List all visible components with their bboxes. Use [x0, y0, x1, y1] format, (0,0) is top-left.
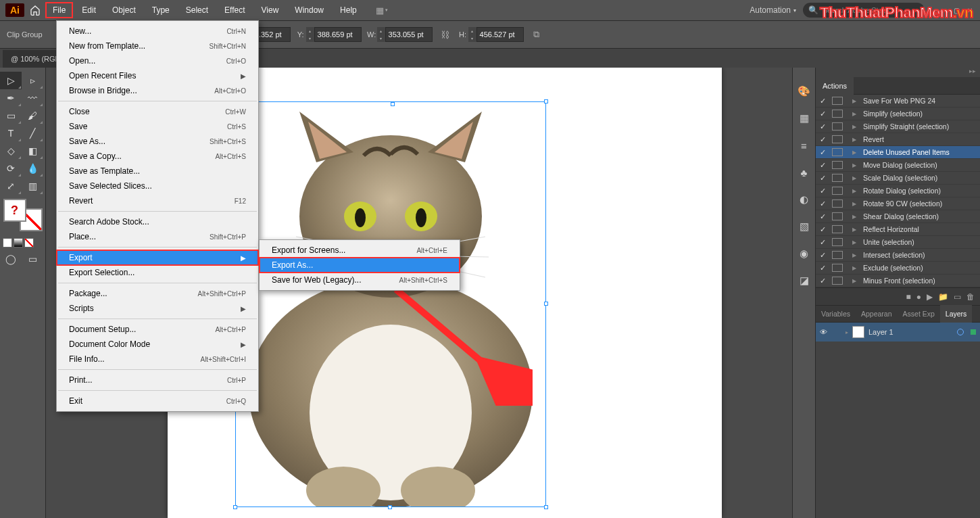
- curvature-tool[interactable]: 〰: [22, 89, 43, 107]
- check-icon[interactable]: ✓: [816, 174, 829, 182]
- stop-icon[interactable]: ■: [906, 292, 911, 302]
- file-menu-item[interactable]: Open...Ctrl+O: [57, 53, 258, 68]
- panel-collapse-icon[interactable]: ▸▸: [969, 68, 976, 77]
- file-menu-item[interactable]: CloseCtrl+W: [57, 104, 258, 119]
- menu-object[interactable]: Object: [105, 3, 143, 18]
- menu-window[interactable]: Window: [288, 3, 330, 18]
- swatches-panel-icon[interactable]: ▦: [797, 111, 812, 126]
- appearance-panel-icon[interactable]: ◉: [797, 246, 812, 261]
- file-menu-item[interactable]: Scripts▶: [57, 301, 258, 316]
- file-menu-item[interactable]: New...Ctrl+N: [57, 24, 258, 39]
- dialog-toggle-icon[interactable]: [832, 161, 843, 169]
- layers-tab[interactable]: Layers: [940, 305, 973, 323]
- menu-view[interactable]: View: [255, 3, 286, 18]
- file-menu-item[interactable]: SaveCtrl+S: [57, 119, 258, 134]
- shaper-tool[interactable]: ◇: [0, 142, 22, 160]
- stroke-panel-icon[interactable]: ≡: [797, 138, 812, 153]
- graphic-styles-panel-icon[interactable]: ◪: [797, 273, 812, 288]
- file-menu-item[interactable]: Save As...Shift+Ctrl+S: [57, 134, 258, 149]
- draw-mode-normal[interactable]: ◯: [0, 250, 22, 268]
- check-icon[interactable]: ✓: [816, 161, 829, 169]
- check-icon[interactable]: ✓: [816, 187, 829, 195]
- asset-export-tab[interactable]: Asset Exp: [898, 305, 940, 323]
- menu-effect[interactable]: Effect: [218, 3, 251, 18]
- dialog-toggle-icon[interactable]: [832, 135, 843, 143]
- action-row[interactable]: ✓▶Rotate Dialog (selection): [816, 185, 980, 197]
- h-field[interactable]: H: ▴▾ 456.527 pt: [458, 27, 524, 42]
- check-icon[interactable]: ✓: [816, 264, 829, 272]
- check-icon[interactable]: ✓: [816, 122, 829, 131]
- action-row[interactable]: ✓▶Shear Dialog (selection): [816, 210, 980, 223]
- file-menu-item[interactable]: Print...Ctrl+P: [57, 373, 258, 387]
- variables-tab[interactable]: Variables: [816, 305, 856, 323]
- file-menu-item[interactable]: ExitCtrl+Q: [57, 394, 258, 408]
- file-menu-item[interactable]: Save as Template...: [57, 164, 258, 179]
- file-menu-item[interactable]: Export Selection...: [57, 265, 258, 280]
- action-row[interactable]: ✓▶Exclude (selection): [816, 262, 980, 275]
- action-row[interactable]: ✓▶Intersect (selection): [816, 249, 980, 262]
- file-menu-item[interactable]: Package...Alt+Shift+Ctrl+P: [57, 286, 258, 301]
- check-icon[interactable]: ✓: [816, 212, 829, 220]
- new-action-icon[interactable]: ▭: [954, 292, 961, 302]
- rectangle-tool[interactable]: ▭: [0, 107, 22, 124]
- check-icon[interactable]: ✓: [816, 97, 829, 105]
- file-menu-item[interactable]: Document Color Mode▶: [57, 337, 258, 352]
- file-menu-item[interactable]: File Info...Alt+Shift+Ctrl+I: [57, 352, 258, 367]
- dialog-toggle-icon[interactable]: [832, 251, 843, 259]
- check-icon[interactable]: ✓: [816, 110, 829, 118]
- arrange-docs-icon[interactable]: ▦▾: [374, 3, 389, 18]
- eraser-tool[interactable]: ◧: [22, 142, 43, 160]
- expand-icon[interactable]: ▶: [846, 265, 863, 271]
- export-menu-item[interactable]: Export for Screens...Alt+Ctrl+E: [260, 243, 460, 258]
- line-tool[interactable]: ╱: [22, 124, 43, 142]
- file-menu-item[interactable]: Export▶: [57, 250, 258, 265]
- actions-panel-tab[interactable]: Actions: [816, 77, 854, 95]
- direct-selection-tool[interactable]: ▹: [22, 72, 43, 89]
- file-menu-item[interactable]: Browse in Bridge...Alt+Ctrl+O: [57, 83, 258, 98]
- appearance-tab[interactable]: Appearan: [856, 305, 898, 323]
- link-dimensions-icon[interactable]: ⛓: [438, 27, 453, 42]
- symbols-panel-icon[interactable]: ♣: [797, 165, 812, 180]
- menu-file[interactable]: File: [46, 3, 72, 18]
- expand-icon[interactable]: ▶: [846, 227, 863, 233]
- selection-tool[interactable]: ▷: [0, 72, 22, 89]
- file-menu-item[interactable]: Save a Copy...Alt+Ctrl+S: [57, 149, 258, 164]
- dialog-toggle-icon[interactable]: [832, 264, 843, 272]
- trash-icon[interactable]: 🗑: [966, 292, 975, 302]
- menu-edit[interactable]: Edit: [75, 3, 103, 18]
- transparency-panel-icon[interactable]: ◐: [797, 192, 812, 207]
- expand-icon[interactable]: ▶: [846, 162, 863, 168]
- action-row[interactable]: ✓▶Save For Web PNG 24: [816, 95, 980, 108]
- file-menu-item[interactable]: Document Setup...Alt+Ctrl+P: [57, 322, 258, 337]
- dialog-toggle-icon[interactable]: [832, 148, 843, 156]
- dialog-toggle-icon[interactable]: [832, 199, 843, 208]
- gradient-panel-icon[interactable]: ▧: [797, 219, 812, 234]
- file-menu-item[interactable]: New from Template...Shift+Ctrl+N: [57, 39, 258, 53]
- check-icon[interactable]: ✓: [816, 225, 829, 233]
- expand-icon[interactable]: ▶: [846, 175, 863, 181]
- color-mode-swatch[interactable]: [3, 238, 12, 248]
- paintbrush-tool[interactable]: 🖌: [22, 107, 43, 124]
- dialog-toggle-icon[interactable]: [832, 122, 843, 131]
- none-mode-swatch[interactable]: [24, 238, 34, 248]
- expand-icon[interactable]: ▶: [846, 124, 863, 130]
- action-row[interactable]: ✓▶Simplify (selection): [816, 108, 980, 120]
- export-menu-item[interactable]: Save for Web (Legacy)...Alt+Shift+Ctrl+S: [260, 273, 460, 287]
- scale-tool[interactable]: ⤢: [0, 177, 22, 195]
- dialog-toggle-icon[interactable]: [832, 97, 843, 105]
- check-icon[interactable]: ✓: [816, 251, 829, 259]
- menu-type[interactable]: Type: [145, 3, 176, 18]
- check-icon[interactable]: ✓: [816, 277, 829, 285]
- action-row[interactable]: ✓▶Revert: [816, 133, 980, 146]
- eyedropper-tool[interactable]: 💧: [22, 160, 43, 177]
- y-field[interactable]: Y: ▴▾ 388.659 pt: [296, 27, 362, 42]
- check-icon[interactable]: ✓: [816, 135, 829, 143]
- action-row[interactable]: ✓▶Scale Dialog (selection): [816, 172, 980, 185]
- action-row[interactable]: ✓▶Simplify Straight (selection): [816, 120, 980, 133]
- pen-tool[interactable]: ✒: [0, 89, 22, 107]
- dialog-toggle-icon[interactable]: [832, 277, 843, 285]
- record-icon[interactable]: ●: [916, 292, 921, 302]
- export-menu-item[interactable]: Export As...: [260, 258, 460, 273]
- rotate-tool[interactable]: ⟳: [0, 160, 22, 177]
- dialog-toggle-icon[interactable]: [832, 110, 843, 118]
